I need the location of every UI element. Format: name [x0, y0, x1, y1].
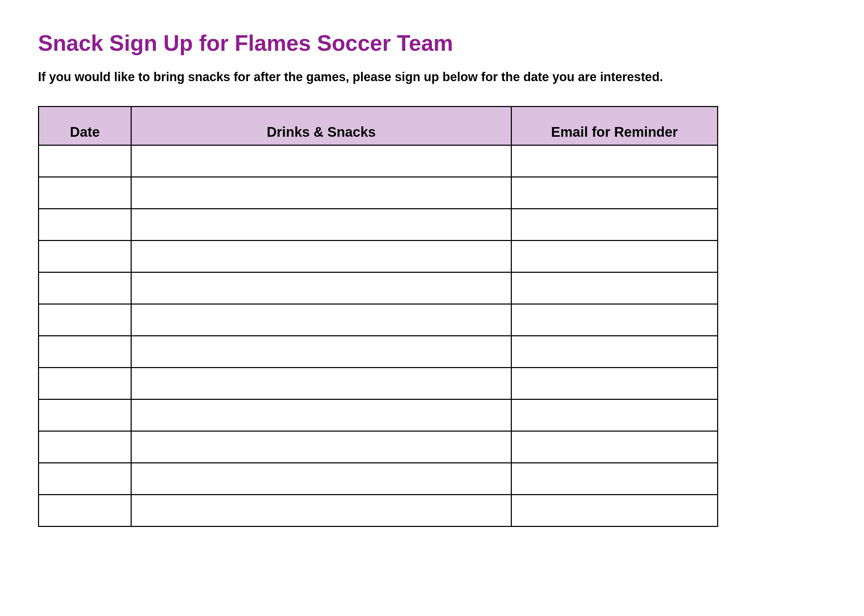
cell-email[interactable] — [511, 463, 718, 495]
cell-date[interactable] — [39, 431, 131, 463]
table-row — [39, 145, 718, 177]
table-row — [39, 304, 718, 336]
cell-date[interactable] — [39, 368, 131, 399]
cell-snacks[interactable] — [131, 177, 511, 209]
cell-email[interactable] — [511, 177, 718, 209]
table-row — [39, 336, 718, 368]
cell-date[interactable] — [39, 463, 131, 495]
cell-email[interactable] — [511, 399, 718, 431]
col-header-snacks: Drinks & Snacks — [131, 107, 511, 145]
cell-date[interactable] — [39, 272, 131, 304]
cell-snacks[interactable] — [131, 495, 511, 526]
cell-snacks[interactable] — [131, 368, 511, 399]
cell-snacks[interactable] — [131, 272, 511, 304]
cell-snacks[interactable] — [131, 145, 511, 177]
cell-email[interactable] — [511, 495, 718, 526]
cell-snacks[interactable] — [131, 463, 511, 495]
cell-date[interactable] — [39, 304, 131, 336]
cell-date[interactable] — [39, 145, 131, 177]
table-row — [39, 177, 718, 209]
page-title: Snack Sign Up for Flames Soccer Team — [38, 31, 826, 55]
cell-email[interactable] — [511, 304, 718, 336]
cell-email[interactable] — [511, 145, 718, 177]
table-row — [39, 368, 718, 399]
table-row — [39, 495, 718, 526]
cell-snacks[interactable] — [131, 240, 511, 272]
table-row — [39, 431, 718, 463]
cell-snacks[interactable] — [131, 304, 511, 336]
table-row — [39, 399, 718, 431]
cell-email[interactable] — [511, 209, 718, 240]
page-subtitle: If you would like to bring snacks for af… — [38, 69, 826, 85]
cell-date[interactable] — [39, 240, 131, 272]
cell-date[interactable] — [39, 336, 131, 368]
table-row — [39, 209, 718, 240]
signup-sheet: Snack Sign Up for Flames Soccer Team If … — [0, 0, 864, 527]
cell-email[interactable] — [511, 368, 718, 399]
cell-date[interactable] — [39, 177, 131, 209]
cell-email[interactable] — [511, 272, 718, 304]
cell-snacks[interactable] — [131, 209, 511, 240]
cell-email[interactable] — [511, 431, 718, 463]
table-row — [39, 463, 718, 495]
cell-date[interactable] — [39, 495, 131, 526]
table-header-row: Date Drinks & Snacks Email for Reminder — [39, 107, 718, 145]
col-header-date: Date — [39, 107, 131, 145]
table-row — [39, 272, 718, 304]
cell-snacks[interactable] — [131, 431, 511, 463]
table-row — [39, 240, 718, 272]
col-header-email: Email for Reminder — [511, 107, 718, 145]
cell-email[interactable] — [511, 240, 718, 272]
cell-snacks[interactable] — [131, 336, 511, 368]
cell-date[interactable] — [39, 399, 131, 431]
cell-snacks[interactable] — [131, 399, 511, 431]
cell-date[interactable] — [39, 209, 131, 240]
cell-email[interactable] — [511, 336, 718, 368]
signup-table: Date Drinks & Snacks Email for Reminder — [38, 106, 718, 527]
